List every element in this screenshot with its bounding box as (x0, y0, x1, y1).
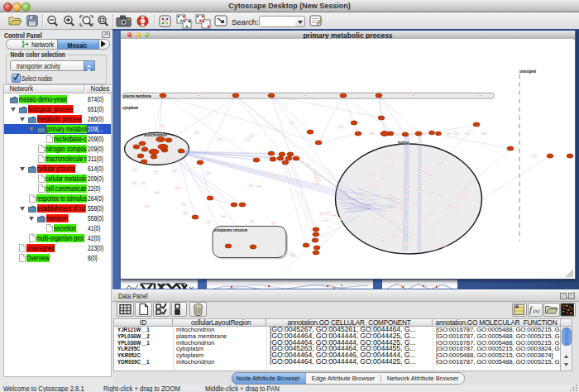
svg-text:f: f (529, 305, 533, 314)
svg-text:nucleus: nucleus (398, 140, 409, 145)
svg-text:(x): (x) (534, 308, 540, 314)
svg-text:unassigned: unassigned (519, 69, 536, 74)
svg-text:plasma membrane: plasma membrane (123, 93, 151, 98)
svg-text:endoplasmic reticulum: endoplasmic reticulum (213, 227, 247, 232)
svg-text:mitochondrion: mitochondrion (144, 132, 167, 137)
svg-text:cytoplasm: cytoplasm (122, 105, 138, 110)
